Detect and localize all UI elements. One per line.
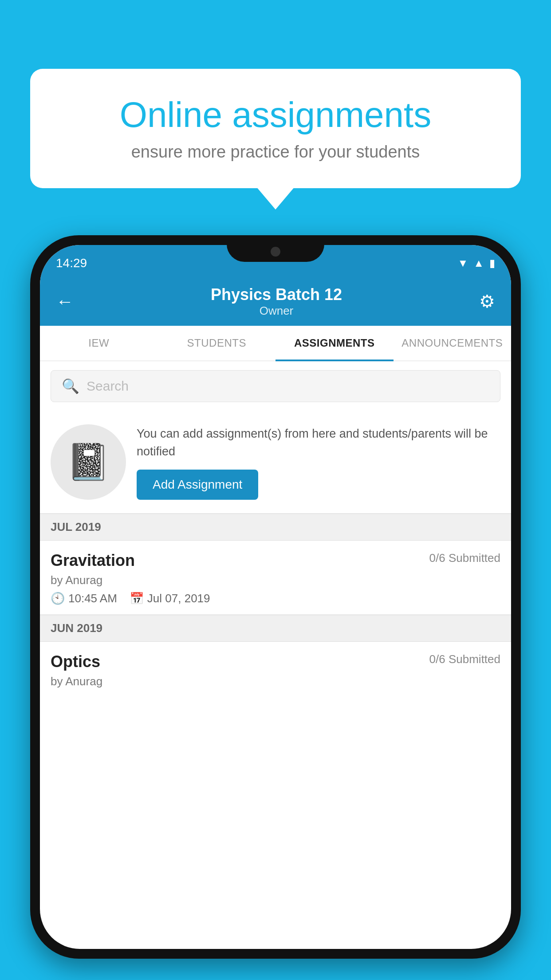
assignment-submitted: 0/6 Submitted <box>429 551 500 565</box>
promo-description: You can add assignment(s) from here and … <box>137 425 500 461</box>
assignment-title: Gravitation <box>51 551 135 570</box>
speech-bubble-title: Online assignments <box>61 95 490 134</box>
tab-students[interactable]: STUDENTS <box>158 327 276 361</box>
tab-overview[interactable]: IEW <box>40 327 158 361</box>
back-button[interactable]: ← <box>56 292 74 312</box>
app-header: ← Physics Batch 12 Owner ⚙ <box>40 277 511 326</box>
phone-screen: 14:29 ▼ ▲ ▮ ← Physics Batch 12 Owner ⚙ <box>40 245 511 949</box>
assignment-by: by Anurag <box>51 573 500 587</box>
header-center: Physics Batch 12 Owner <box>211 285 342 318</box>
camera-dot <box>271 247 280 257</box>
add-assignment-button[interactable]: Add Assignment <box>137 470 258 500</box>
speech-bubble-container: Online assignments ensure more practice … <box>30 69 521 188</box>
notebook-icon: 📓 <box>66 441 110 483</box>
header-subtitle: Owner <box>211 304 342 318</box>
clock-icon: 🕙 <box>51 592 65 605</box>
speech-bubble: Online assignments ensure more practice … <box>30 69 521 188</box>
promo-text-block: You can add assignment(s) from here and … <box>137 425 500 500</box>
search-placeholder: Search <box>87 379 129 394</box>
status-time: 14:29 <box>56 256 87 270</box>
header-title: Physics Batch 12 <box>211 285 342 304</box>
assignment-optics-submitted: 0/6 Submitted <box>429 652 500 666</box>
tab-assignments[interactable]: ASSIGNMENTS <box>276 327 394 361</box>
status-icons: ▼ ▲ ▮ <box>457 257 495 269</box>
assignment-optics-by: by Anurag <box>51 675 500 688</box>
assignment-meta: 🕙 10:45 AM 📅 Jul 07, 2019 <box>51 592 500 605</box>
promo-block: 📓 You can add assignment(s) from here an… <box>40 411 511 514</box>
section-header-jul: JUL 2019 <box>40 514 511 541</box>
assignment-top-row: Gravitation 0/6 Submitted <box>51 551 500 570</box>
tab-announcements[interactable]: ANNOUNCEMENTS <box>394 327 512 361</box>
signal-icon: ▲ <box>473 257 484 269</box>
assignment-item-gravitation[interactable]: Gravitation 0/6 Submitted by Anurag 🕙 10… <box>40 541 511 615</box>
assignment-date: 📅 Jul 07, 2019 <box>130 592 210 605</box>
search-icon: 🔍 <box>62 378 79 395</box>
section-header-jun: JUN 2019 <box>40 615 511 642</box>
promo-icon-circle: 📓 <box>51 424 126 500</box>
assignment-time: 🕙 10:45 AM <box>51 592 117 605</box>
phone-outer: 14:29 ▼ ▲ ▮ ← Physics Batch 12 Owner ⚙ <box>30 235 521 959</box>
settings-icon[interactable]: ⚙ <box>479 291 495 312</box>
tabs-row: IEW STUDENTS ASSIGNMENTS ANNOUNCEMENTS <box>40 326 511 361</box>
assignment-optics-top-row: Optics 0/6 Submitted <box>51 652 500 671</box>
calendar-icon: 📅 <box>130 592 144 605</box>
search-bar[interactable]: 🔍 Search <box>51 370 500 402</box>
assignment-date-value: Jul 07, 2019 <box>147 592 210 605</box>
phone-wrapper: 14:29 ▼ ▲ ▮ ← Physics Batch 12 Owner ⚙ <box>30 235 521 959</box>
assignment-time-value: 10:45 AM <box>68 592 117 605</box>
speech-bubble-subtitle: ensure more practice for your students <box>61 142 490 162</box>
assignment-item-optics[interactable]: Optics 0/6 Submitted by Anurag <box>40 642 511 697</box>
notch <box>227 235 324 262</box>
battery-icon: ▮ <box>489 257 495 269</box>
search-container: 🔍 Search <box>40 361 511 411</box>
wifi-icon: ▼ <box>457 257 468 269</box>
assignment-optics-title: Optics <box>51 652 100 671</box>
